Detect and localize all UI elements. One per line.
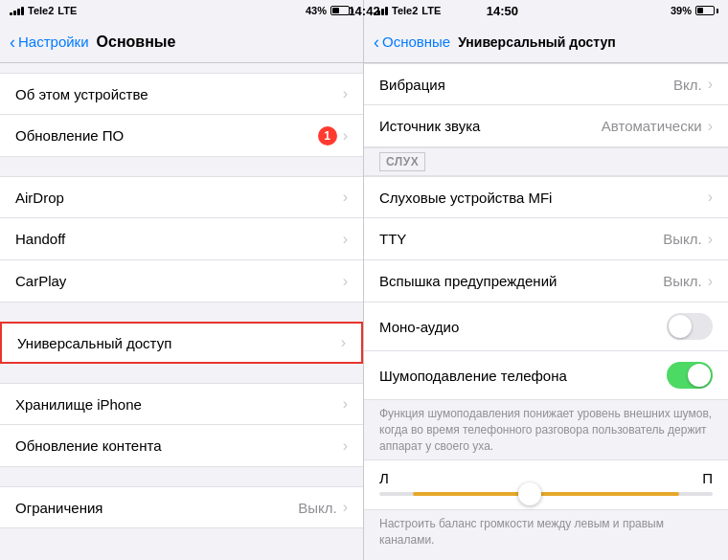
vibration-label: Вибрация [379, 77, 445, 93]
slider-left-label: Л [379, 470, 389, 486]
list-item-accessibility[interactable]: Универсальный доступ › [0, 322, 363, 364]
content-update-chevron-icon: › [343, 437, 348, 455]
gap2 [0, 302, 363, 312]
left-back-button[interactable]: ‹ Настройки [10, 34, 89, 51]
noise-right [667, 362, 713, 389]
left-panel: Tele2 LTE 14:42 43% ‹ Настройки Основные [0, 0, 364, 560]
tty-right: Выкл. › [663, 231, 713, 248]
left-status-bar: Tele2 LTE 14:42 43% [0, 0, 363, 21]
left-group4: Хранилище iPhone › Обновление контента › [0, 383, 363, 467]
slukh-section-header: СЛУХ [364, 147, 728, 176]
left-nav-bar: ‹ Настройки Основные [0, 21, 363, 63]
right-panel: Tele2 LTE 14:50 39% ‹ Основные Универсал… [364, 0, 728, 560]
list-item-airdrop[interactable]: AirDrop › [0, 176, 363, 218]
balance-description: Настроить баланс громкости между левым и… [364, 510, 728, 552]
signal-bars-icon [10, 6, 24, 15]
list-item-handoff[interactable]: Handoff › [0, 218, 363, 260]
airdrop-right: › [343, 189, 348, 206]
right-nav-title: Универсальный доступ [458, 34, 616, 50]
right-network-label: LTE [421, 5, 441, 16]
list-item-restrictions[interactable]: Ограничения Выкл. › [0, 486, 363, 528]
list-item-storage[interactable]: Хранилище iPhone › [0, 383, 363, 425]
left-chevron-icon: ‹ [10, 34, 15, 51]
left-status-left: Tele2 LTE [10, 5, 77, 16]
handoff-label: Handoff [15, 231, 65, 247]
left-group1: Об этом устройстве › Обновление ПО 1 › [0, 73, 363, 157]
balance-slider-container: Л П [364, 459, 728, 510]
right-battery-icon [695, 6, 718, 15]
about-chevron-icon: › [343, 85, 348, 102]
right-back-button[interactable]: ‹ Основные [374, 34, 450, 51]
mono-right [667, 313, 713, 340]
update-badge: 1 [318, 126, 337, 146]
right-mfi-item[interactable]: Слуховые устройства MFi › [364, 176, 728, 218]
network-label: LTE [57, 5, 77, 16]
time-label: 14:42 [348, 4, 379, 18]
tty-chevron-icon: › [708, 231, 713, 248]
vibration-value: Вкл. [673, 77, 702, 93]
carrier-label: Tele2 [28, 5, 54, 16]
accessibility-chevron-icon: › [341, 334, 346, 351]
vibration-chevron-icon: › [708, 76, 713, 93]
mfi-right: › [708, 189, 713, 206]
restrictions-value: Выкл. [298, 500, 336, 516]
left-back-label: Настройки [18, 34, 89, 50]
mono-toggle[interactable] [667, 313, 713, 340]
restrictions-chevron-icon: › [343, 499, 348, 516]
right-nav-bar: ‹ Основные Универсальный доступ [364, 21, 728, 63]
right-status-left: Tele2 LTE [374, 5, 441, 16]
sound-source-chevron-icon: › [708, 118, 713, 135]
mfi-label: Слуховые устройства MFi [379, 190, 552, 206]
carplay-label: CarPlay [15, 273, 66, 289]
noise-toggle[interactable] [667, 362, 713, 389]
left-group3: Универсальный доступ › [0, 322, 363, 364]
right-partial-group: Вибрация Вкл. › Источник звука Автоматич… [364, 63, 728, 147]
accessibility-label: Универсальный доступ [17, 335, 171, 351]
right-back-label: Основные [382, 34, 450, 50]
left-group5: Ограничения Выкл. › [0, 486, 363, 528]
mono-toggle-thumb [669, 315, 692, 338]
screen-container: Tele2 LTE 14:42 43% ‹ Настройки Основные [0, 0, 728, 560]
handoff-chevron-icon: › [343, 231, 348, 248]
flash-chevron-icon: › [708, 273, 713, 290]
balance-slider-track[interactable] [379, 492, 713, 496]
gap3 [0, 364, 363, 373]
left-status-right: 43% [306, 5, 353, 16]
right-status-right: 39% [671, 5, 718, 16]
list-item-content-update[interactable]: Обновление контента › [0, 425, 363, 467]
slukh-label: СЛУХ [379, 152, 425, 171]
sound-source-value: Автоматически [602, 118, 702, 134]
content-update-label: Обновление контента [15, 437, 162, 454]
right-carrier-label: Tele2 [392, 5, 418, 16]
about-label: Об этом устройстве [15, 86, 148, 102]
restrictions-right: Выкл. › [298, 499, 348, 516]
right-tty-item[interactable]: TTY Выкл. › [364, 218, 728, 260]
sound-source-label: Источник звука [379, 118, 480, 134]
storage-label: Хранилище iPhone [15, 396, 142, 413]
tty-label: TTY [379, 231, 406, 247]
right-chevron-icon: ‹ [374, 34, 379, 51]
slider-right-label: П [702, 470, 713, 486]
flash-label: Вспышка предупреждений [379, 273, 557, 289]
storage-chevron-icon: › [343, 395, 348, 413]
left-nav-title: Основные [97, 34, 176, 51]
airdrop-chevron-icon: › [343, 189, 348, 206]
list-item-about[interactable]: Об этом устройстве › [0, 73, 363, 115]
right-status-bar: Tele2 LTE 14:50 39% [364, 0, 728, 21]
right-flash-item[interactable]: Вспышка предупреждений Выкл. › [364, 260, 728, 302]
mfi-chevron-icon: › [708, 189, 713, 206]
right-sound-source-item[interactable]: Источник звука Автоматически › [364, 105, 728, 147]
list-item-carplay[interactable]: CarPlay › [0, 260, 363, 302]
carplay-right: › [343, 273, 348, 290]
airdrop-label: AirDrop [15, 190, 64, 206]
mono-label: Моно-аудио [379, 319, 459, 335]
flash-value: Выкл. [663, 273, 701, 289]
right-noise-item[interactable]: Шумоподавление телефона [364, 351, 728, 400]
slider-fill [413, 492, 679, 496]
right-mono-item[interactable]: Моно-аудио [364, 302, 728, 351]
accessibility-right: › [341, 334, 346, 351]
noise-description: Функция шумоподавления понижает уровень … [364, 400, 728, 459]
list-item-update[interactable]: Обновление ПО 1 › [0, 115, 363, 157]
slider-thumb[interactable] [518, 482, 541, 505]
right-vibration-item[interactable]: Вибрация Вкл. › [364, 63, 728, 105]
